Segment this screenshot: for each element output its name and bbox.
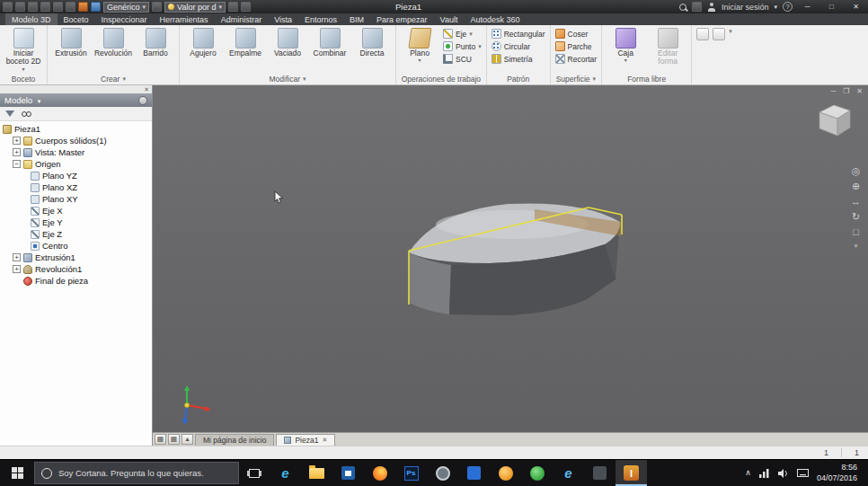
taskbar-app-inventor[interactable]: I [616, 460, 647, 486]
trim-button[interactable]: Recortar [554, 53, 599, 65]
key-icon[interactable] [692, 2, 702, 12]
tab-home[interactable]: Mi página de inicio [195, 434, 274, 446]
search-tree-icon[interactable] [22, 111, 31, 117]
help-icon[interactable]: ? [783, 2, 793, 12]
ribbon-tab-entornos[interactable]: Entornos [298, 13, 343, 25]
panel-layout-alt-icon[interactable]: ▦ [168, 434, 180, 445]
start-button[interactable] [0, 460, 34, 486]
pan-icon[interactable]: ↔ [851, 197, 861, 207]
taskbar-app-store[interactable] [332, 460, 364, 486]
shell-button[interactable]: Vaciado [267, 27, 308, 57]
volume-icon[interactable] [778, 469, 789, 478]
browser-settings-icon[interactable] [138, 96, 147, 105]
taskbar-app-firefox[interactable] [364, 460, 395, 486]
orbit-icon[interactable]: ↻ [852, 212, 860, 222]
tree-item-plano-xz[interactable]: Plano XZ [0, 181, 152, 193]
viewport-3d[interactable]: ─ ❐ ✕ ◎ ⊕ ↔ ↻ □ ▾ [153, 85, 868, 446]
tree-item-revolucion1[interactable]: + Revolución1 [0, 263, 152, 275]
revolve-button[interactable]: Revolución [93, 27, 134, 57]
work-point-button[interactable]: Punto ▾ [441, 40, 483, 52]
chevron-down-icon[interactable]: ▾ [729, 28, 732, 35]
tab-close-icon[interactable]: ✕ [322, 437, 327, 444]
work-plane-button[interactable]: Plano ▾ [399, 27, 440, 63]
chevron-down-icon[interactable]: ▾ [774, 4, 777, 11]
update-icon[interactable] [78, 2, 88, 12]
zoom-icon[interactable]: ⊕ [852, 181, 860, 191]
combine-button[interactable]: Combinar [309, 27, 350, 57]
ribbon-tab-inspeccionar[interactable]: Inspeccionar [95, 13, 154, 25]
expand-icon[interactable]: + [13, 148, 21, 156]
panel-layout-icon[interactable]: ▦ [155, 434, 166, 445]
circular-pattern-button[interactable]: Circular [490, 40, 547, 52]
patch-button[interactable]: Parche [554, 40, 599, 52]
close-button[interactable]: ✕ [846, 0, 865, 13]
tree-item-extrusion1[interactable]: + Extrusión1 [0, 252, 152, 263]
tree-item-plano-xy[interactable]: Plano XY [0, 193, 152, 205]
ribbon-tab-bim[interactable]: BIM [343, 13, 370, 25]
view-cube[interactable] [814, 102, 854, 139]
tree-item-centro[interactable]: Centro [0, 240, 152, 252]
task-view-button[interactable] [239, 460, 270, 486]
ribbon-tab-vault[interactable]: Vault [434, 13, 465, 25]
tab-pieza1[interactable]: Pieza1 ✕ [276, 434, 335, 446]
taskbar-app-internet-explorer[interactable]: e [553, 460, 584, 486]
part-model[interactable] [400, 195, 633, 330]
group-label-modificar[interactable]: Modificar ▾ [180, 73, 395, 84]
open-file-icon[interactable] [28, 2, 38, 12]
navbar-menu-icon[interactable]: ▾ [855, 243, 858, 249]
application-menu-icon[interactable] [3, 2, 13, 12]
tab-scroll-up-icon[interactable]: ▴ [182, 434, 193, 445]
direct-edit-button[interactable]: Directa [351, 27, 393, 57]
doc-minimize-icon[interactable]: ─ [830, 87, 836, 95]
ribbon-tab-para-empezar[interactable]: Para empezar [370, 13, 434, 25]
look-at-icon[interactable]: □ [853, 227, 859, 237]
navigation-wheel-icon[interactable]: ◎ [852, 166, 861, 176]
tree-item-eje-y[interactable]: Eje Y [0, 216, 152, 228]
tree-item-vista-master[interactable]: + Vista: Master [0, 146, 152, 158]
keyboard-icon[interactable] [797, 469, 809, 477]
ribbon-appearance-option-icon[interactable] [713, 28, 725, 40]
doc-restore-icon[interactable]: ❐ [843, 87, 849, 95]
taskbar-app-orange[interactable] [490, 460, 521, 486]
tree-item-eje-z[interactable]: Eje Z [0, 228, 152, 240]
expand-icon[interactable]: + [13, 137, 21, 145]
undo-icon[interactable] [53, 2, 63, 12]
sweep-button[interactable]: Barrido [135, 27, 176, 57]
start-2d-sketch-button[interactable]: Iniciar boceto 2D ▾ [3, 27, 44, 72]
ribbon-tab-administrar[interactable]: Administrar [215, 13, 269, 25]
taskbar-app-blue[interactable] [458, 460, 490, 486]
material-combo[interactable]: Genérico ▾ [103, 2, 149, 13]
freeform-box-button[interactable]: Caja ▾ [605, 27, 646, 63]
refresh-icon[interactable] [152, 2, 162, 12]
collapse-icon[interactable]: − [13, 160, 21, 168]
expand-icon[interactable]: + [13, 253, 21, 261]
taskbar-app-green[interactable] [521, 460, 553, 486]
taskbar-app-gray[interactable] [584, 460, 616, 486]
taskbar-app-recorder[interactable] [427, 460, 458, 486]
adjust-icon[interactable] [228, 2, 238, 12]
ribbon-tab-boceto[interactable]: Boceto [58, 13, 95, 25]
expand-icon[interactable]: + [13, 265, 21, 273]
stitch-button[interactable]: Coser [554, 28, 599, 40]
tree-item-final-de-pieza[interactable]: Final de pieza [0, 275, 152, 287]
filter-icon[interactable] [5, 110, 14, 117]
new-file-icon[interactable] [15, 2, 25, 12]
measure-icon[interactable] [241, 2, 251, 12]
tree-item-cuerpos-solidos[interactable]: + Cuerpos sólidos(1) [0, 135, 152, 146]
ribbon-tab-vista[interactable]: Vista [268, 13, 298, 25]
sign-in-button[interactable]: Iniciar sesión [722, 3, 769, 12]
ribbon-tab-herramientas[interactable]: Herramientas [154, 13, 215, 25]
tree-item-pieza1[interactable]: Pieza1 [0, 123, 152, 135]
extrude-button[interactable]: Extrusión [50, 27, 92, 57]
tree-item-eje-x[interactable]: Eje X [0, 205, 152, 216]
minimize-button[interactable]: ─ [798, 0, 817, 13]
save-icon[interactable] [40, 2, 50, 12]
fillet-button[interactable]: Empalme [225, 27, 266, 57]
taskbar-clock[interactable]: 8:56 04/07/2016 [817, 463, 861, 483]
taskbar-app-photoshop[interactable]: Ps [395, 460, 427, 486]
maximize-button[interactable]: □ [822, 0, 841, 13]
ribbon-tab-modelo-3d[interactable]: Modelo 3D [5, 13, 58, 25]
browser-close-icon[interactable]: ✕ [144, 86, 149, 93]
search-icon[interactable] [679, 4, 686, 11]
tree-item-origen[interactable]: − Origen [0, 158, 152, 170]
